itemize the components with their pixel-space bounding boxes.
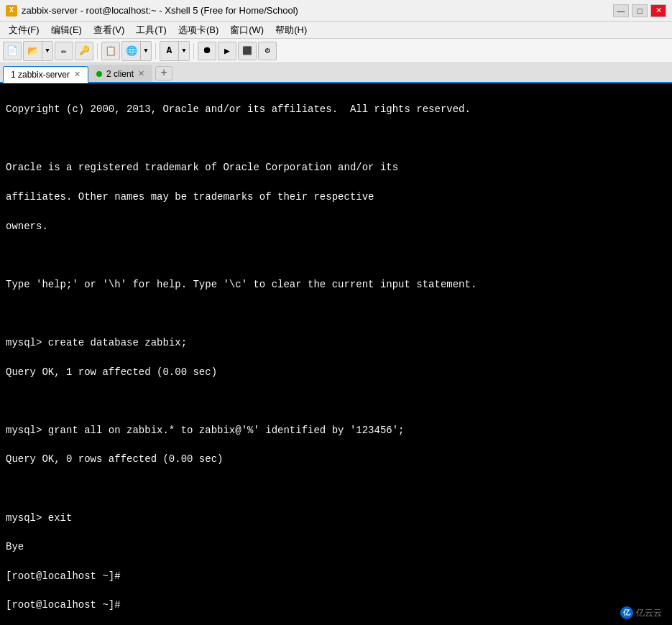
toolbar-open-dropdown[interactable]: ▼ [42,42,52,60]
toolbar-config-button[interactable]: ⚙ [258,42,277,60]
toolbar-separator-1 [97,43,98,59]
toolbar-font-button[interactable]: A [160,42,179,60]
app-icon: X [6,5,17,17]
toolbar-play-button[interactable]: ▶ [218,42,236,60]
toolbar-separator-2 [155,43,156,59]
window-title: zabbix-server - root@localhost:~ - Xshel… [22,5,613,16]
menu-help[interactable]: 帮助(H) [270,22,313,38]
watermark-text: 亿云云 [636,607,662,619]
tab-add-button[interactable]: + [155,66,172,80]
term-line-3: affiliates. Other names may be trademark… [6,190,666,204]
term-line-0: Copyright (c) 2000, 2013, Oracle and/or … [6,102,666,116]
term-line-17: [root@localhost ~]# [6,598,666,612]
term-line-15: Bye [6,540,666,554]
toolbar-key-button[interactable]: 🔑 [75,42,93,60]
menu-tools[interactable]: 工具(T) [130,22,172,38]
tab-zabbix-server[interactable]: 1 zabbix-server ✕ [3,66,88,83]
tab-zabbix-server-close[interactable]: ✕ [74,70,80,79]
maximize-button[interactable]: □ [632,4,648,17]
term-line-10 [6,394,666,408]
tab-client[interactable]: 2 client ✕ [88,65,152,82]
toolbar-font-group: A ▼ [160,41,190,61]
watermark-logo: 亿 [620,606,633,619]
term-line-11: mysql> grant all on zabbix.* to zabbix@'… [6,423,666,438]
terminal[interactable]: Copyright (c) 2000, 2013, Oracle and/or … [0,83,672,625]
titlebar: X zabbix-server - root@localhost:~ - Xsh… [0,0,672,22]
toolbar: 📄 📂 ▼ ✏️ 🔑 📋 🌐 ▼ A ▼ ⏺ ▶ ⬛ ⚙ [0,39,672,63]
tab-client-label: 2 client [106,69,134,79]
watermark: 亿 亿云云 [616,605,666,621]
toolbar-edit-button[interactable]: ✏️ [55,42,73,60]
menu-tabs[interactable]: 选项卡(B) [172,22,224,38]
menu-file[interactable]: 文件(F) [3,22,45,38]
term-line-4: owners. [6,219,666,233]
menu-edit[interactable]: 编辑(E) [45,22,88,38]
tab-client-close[interactable]: ✕ [138,69,144,78]
toolbar-globe-group: 🌐 ▼ [121,41,152,61]
term-line-7 [6,306,666,320]
tabbar: 1 zabbix-server ✕ 2 client ✕ + [0,63,672,83]
menubar: 文件(F) 编辑(E) 查看(V) 工具(T) 选项卡(B) 窗口(W) 帮助(… [0,22,672,39]
toolbar-font-dropdown[interactable]: ▼ [179,42,189,60]
term-line-8: mysql> create database zabbix; [6,335,666,350]
window-controls: — □ ✕ [613,4,666,17]
minimize-button[interactable]: — [613,4,629,17]
toolbar-separator-3 [193,43,194,59]
toolbar-new-button[interactable]: 📄 [3,42,22,60]
tab-zabbix-server-label: 1 zabbix-server [11,70,70,80]
close-button[interactable]: ✕ [650,4,666,17]
term-line-2: Oracle is a registered trademark of Orac… [6,160,666,175]
term-line-9: Query OK, 1 row affected (0.00 sec) [6,365,666,379]
toolbar-open-group: 📂 ▼ [23,41,53,61]
term-line-12: Query OK, 0 rows affected (0.00 sec) [6,452,666,466]
toolbar-globe-dropdown[interactable]: ▼ [141,42,151,60]
term-line-16: [root@localhost ~]# [6,569,666,583]
toolbar-stop-button[interactable]: ⬛ [238,42,257,60]
toolbar-copy-button[interactable]: 📋 [101,42,120,60]
term-line-6: Type 'help;' or '\h' for help. Type '\c'… [6,277,666,292]
term-line-13 [6,481,666,496]
toolbar-globe-button[interactable]: 🌐 [122,42,141,60]
toolbar-rec-button[interactable]: ⏺ [198,42,216,60]
term-line-1 [6,131,666,146]
toolbar-open-button[interactable]: 📂 [24,42,42,60]
term-line-14: mysql> exit [6,511,666,525]
menu-view[interactable]: 查看(V) [88,22,130,38]
term-line-5 [6,248,666,262]
menu-window[interactable]: 窗口(W) [224,22,270,38]
tab-client-dot [96,71,102,77]
